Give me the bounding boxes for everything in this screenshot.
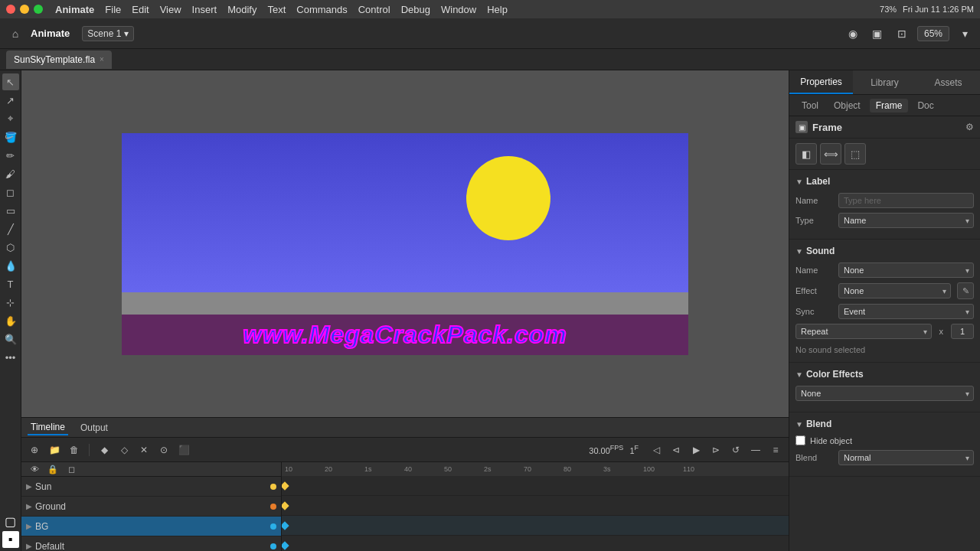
- debug-menu[interactable]: Debug: [401, 4, 430, 15]
- hand-tool[interactable]: ✋: [2, 312, 19, 329]
- play-button[interactable]: ▶: [688, 442, 704, 458]
- sound-sync-select[interactable]: Event Start Stop Stream: [838, 304, 974, 319]
- layer-lock-toggle[interactable]: 🔒: [46, 462, 60, 476]
- keyframe-type-button-1[interactable]: ◧: [795, 143, 817, 165]
- doc-sub-tab[interactable]: Doc: [911, 99, 939, 112]
- motion-tween-button[interactable]: ⊙: [155, 442, 172, 458]
- keyframe-type-button-2[interactable]: ⟺: [820, 143, 841, 165]
- view-menu[interactable]: View: [160, 4, 181, 15]
- step-back-button[interactable]: ⊲: [668, 442, 684, 458]
- timeline-tab[interactable]: Timeline: [28, 420, 68, 435]
- sound-effect-select[interactable]: None: [838, 283, 951, 298]
- keyframe-type-button-3[interactable]: ⬚: [844, 143, 866, 165]
- library-tab[interactable]: Library: [853, 70, 916, 94]
- blend-select[interactable]: Normal Layer Darken Multiply Lighten Scr…: [838, 450, 974, 465]
- tab-close-button[interactable]: ×: [100, 55, 104, 64]
- select-tool[interactable]: ↖: [2, 73, 19, 90]
- frame-area[interactable]: 10 20 1s 40 50 2s 70 80 3s 100 110: [282, 462, 789, 551]
- stage-container[interactable]: www.MegaCrackPack.com: [21, 70, 789, 417]
- layer-row-bg[interactable]: ▶ BG: [21, 517, 281, 536]
- assets-tab[interactable]: Assets: [916, 70, 980, 94]
- maximize-window-button[interactable]: [34, 5, 43, 14]
- properties-tab[interactable]: Properties: [789, 70, 853, 94]
- shape-tween-button[interactable]: ⬛: [175, 442, 192, 458]
- clip-mode-button[interactable]: ▣: [868, 24, 887, 43]
- ruler-mark-1s: 1s: [364, 465, 404, 473]
- sun-object[interactable]: [466, 156, 550, 240]
- color-effects-header[interactable]: ▼ Color Effects: [795, 369, 974, 380]
- delete-layer-button[interactable]: 🗑: [66, 442, 83, 458]
- text-tool[interactable]: T: [2, 276, 19, 292]
- line-tool[interactable]: ╱: [2, 220, 19, 237]
- repeat-times-input[interactable]: [951, 324, 974, 339]
- subselect-tool[interactable]: ↗: [2, 92, 19, 109]
- prev-frame-button[interactable]: ◁: [648, 442, 665, 458]
- text-menu[interactable]: Text: [267, 4, 286, 15]
- zoom-tool[interactable]: 🔍: [2, 331, 19, 347]
- mute-button[interactable]: —: [747, 442, 764, 458]
- onion-skin-button[interactable]: ◉: [844, 24, 862, 43]
- label-section-header[interactable]: ▼ Label: [795, 176, 974, 187]
- sound-sync-select-wrapper: Event Start Stop Stream: [838, 304, 974, 319]
- remove-frame-button[interactable]: ✕: [136, 442, 152, 458]
- new-folder-button[interactable]: 📁: [46, 442, 63, 458]
- close-window-button[interactable]: [6, 5, 15, 14]
- sound-repeat-select[interactable]: Repeat Loop: [795, 324, 932, 339]
- file-menu[interactable]: File: [105, 4, 121, 15]
- output-tab[interactable]: Output: [77, 421, 111, 435]
- insert-menu[interactable]: Insert: [192, 4, 217, 15]
- stage-options-button[interactable]: ⊡: [893, 24, 911, 43]
- label-type-select[interactable]: Name Comment Anchor Stop: [838, 213, 974, 228]
- layer-row-default[interactable]: ▶ Default: [21, 536, 281, 551]
- frame-sub-tab[interactable]: Frame: [870, 99, 909, 112]
- rectangle-tool[interactable]: ▭: [2, 202, 19, 219]
- window-menu[interactable]: Window: [441, 4, 476, 15]
- layer-row-sun[interactable]: ▶ Sun: [21, 477, 281, 497]
- frame-settings-button[interactable]: ⚙: [965, 122, 974, 132]
- edit-menu[interactable]: Edit: [132, 4, 149, 15]
- control-menu[interactable]: Control: [358, 4, 390, 15]
- help-menu[interactable]: Help: [487, 4, 508, 15]
- layer-name-ground: Ground: [35, 501, 267, 512]
- settings-button[interactable]: ≡: [767, 442, 784, 458]
- layer-outline-toggle[interactable]: ◻: [64, 462, 78, 476]
- sound-edit-button[interactable]: ✎: [957, 282, 974, 299]
- more-tools[interactable]: •••: [2, 349, 19, 366]
- traffic-lights[interactable]: [6, 5, 43, 14]
- tool-sub-tab[interactable]: Tool: [795, 99, 825, 112]
- home-button[interactable]: ⌂: [6, 24, 24, 43]
- ink-bottle-tool[interactable]: ⬡: [2, 239, 19, 256]
- layer-visibility-toggle[interactable]: 👁: [28, 462, 41, 476]
- free-transform-tool[interactable]: ⊹: [2, 294, 19, 311]
- app-name-menu[interactable]: Animate: [55, 4, 94, 15]
- pencil-tool[interactable]: ✏: [2, 147, 19, 164]
- sound-section-header[interactable]: ▼ Sound: [795, 246, 974, 256]
- color-fill[interactable]: ▪: [2, 531, 19, 548]
- commands-menu[interactable]: Commands: [296, 4, 347, 15]
- brush-tool[interactable]: 🖌: [2, 165, 19, 182]
- document-tab[interactable]: SunSkyTemplate.fla ×: [6, 51, 112, 69]
- modify-menu[interactable]: Modify: [227, 4, 256, 15]
- layer-row-ground[interactable]: ▶ Ground: [21, 497, 281, 517]
- minimize-window-button[interactable]: [20, 5, 29, 14]
- zoom-display[interactable]: 65%: [917, 26, 949, 41]
- color-stroke[interactable]: ▢: [2, 513, 19, 530]
- keyframe-button[interactable]: ◆: [96, 442, 113, 458]
- object-sub-tab[interactable]: Object: [828, 99, 867, 112]
- blank-keyframe-button[interactable]: ◇: [116, 442, 132, 458]
- layer-panel-header: 👁 🔒 ◻: [21, 462, 281, 477]
- new-layer-button[interactable]: ⊕: [26, 442, 43, 458]
- eyedropper-tool[interactable]: 💧: [2, 257, 19, 274]
- label-name-input[interactable]: [838, 193, 974, 208]
- loop-button[interactable]: ↺: [727, 442, 744, 458]
- step-forward-button[interactable]: ⊳: [707, 442, 724, 458]
- zoom-options-button[interactable]: ▾: [956, 24, 974, 43]
- sound-name-select[interactable]: None: [838, 262, 974, 278]
- blend-section-header[interactable]: ▼ Blend: [795, 419, 974, 429]
- scene-selector[interactable]: Scene 1 ▾: [82, 26, 134, 41]
- color-effects-select[interactable]: None Brightness Tint Advanced Alpha: [795, 386, 974, 401]
- eraser-tool[interactable]: ◻: [2, 184, 19, 201]
- lasso-tool[interactable]: ⌖: [2, 110, 19, 127]
- paint-bucket-tool[interactable]: 🪣: [2, 129, 19, 145]
- hide-object-checkbox[interactable]: [795, 435, 805, 445]
